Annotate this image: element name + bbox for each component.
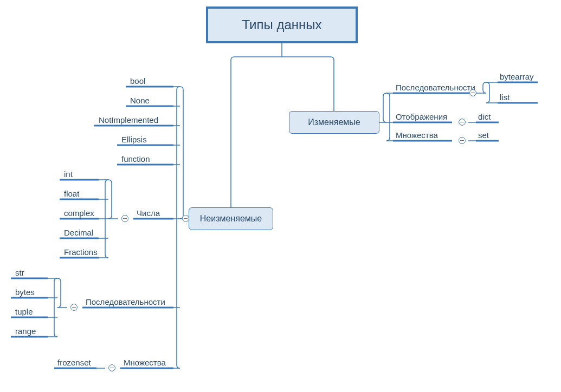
mutable-title: Изменяемые: [308, 117, 360, 127]
leaf-float: float: [64, 189, 79, 198]
toggle-icon[interactable]: [121, 215, 128, 222]
mutable-sets-label: Множества: [396, 130, 438, 140]
leaf-str: str: [15, 268, 24, 277]
leaf-dict: dict: [478, 112, 491, 121]
immutable-title: Неизменяемые: [200, 214, 262, 224]
toggle-icon[interactable]: [469, 89, 476, 96]
leaf-function: function: [121, 154, 150, 164]
connectors: [0, 0, 561, 392]
toggle-icon[interactable]: [459, 137, 466, 144]
imm-sets-label: Множества: [124, 358, 166, 367]
leaf-notimplemented: NotImplemented: [99, 115, 158, 125]
leaf-bool: bool: [130, 76, 145, 86]
leaf-decimal: Decimal: [64, 228, 93, 237]
mutable-sequences-label: Последовательности: [396, 83, 475, 92]
leaf-range: range: [15, 326, 36, 336]
toggle-icon[interactable]: [459, 119, 466, 126]
imm-sequences-label: Последовательности: [86, 297, 165, 306]
leaf-fractions: Fractions: [64, 247, 98, 257]
toggle-icon[interactable]: [70, 304, 78, 311]
leaf-int: int: [64, 169, 73, 179]
leaf-complex: complex: [64, 208, 94, 218]
root-title: Типы данных: [242, 17, 321, 32]
root-node[interactable]: Типы данных: [206, 6, 358, 43]
leaf-frozenset: frozenset: [57, 358, 91, 367]
immutable-node[interactable]: Неизменяемые: [189, 207, 273, 230]
mutable-mappings-label: Отображения: [396, 112, 447, 121]
leaf-bytes: bytes: [15, 288, 35, 297]
toggle-icon[interactable]: [182, 215, 189, 222]
mutable-node[interactable]: Изменяемые: [289, 111, 379, 134]
numbers-label: Числа: [137, 208, 160, 218]
leaf-list: list: [500, 93, 510, 102]
leaf-set: set: [478, 130, 489, 140]
leaf-bytearray: bytearray: [500, 72, 534, 81]
leaf-ellipsis: Ellipsis: [121, 135, 147, 144]
toggle-icon[interactable]: [108, 364, 115, 371]
leaf-tuple: tuple: [15, 307, 33, 316]
leaf-none: None: [130, 96, 150, 105]
